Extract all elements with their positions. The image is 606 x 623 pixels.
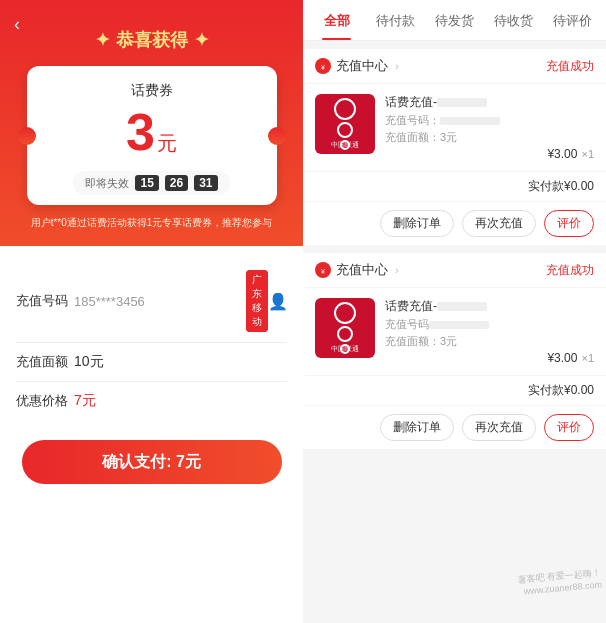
order-actions: 删除订单 再次充值 评价 [303, 405, 606, 449]
order-store: ¥ 充值中心 › [315, 57, 399, 75]
time-badge-2: 26 [165, 175, 188, 191]
order-header: ¥ 充值中心 › 充值成功 [303, 253, 606, 288]
order-status: 充值成功 [546, 262, 594, 279]
product-price: ¥3.00 [547, 351, 577, 365]
orders-scroll[interactable]: ¥ 充值中心 › 充值成功 中国联通 [303, 41, 606, 623]
congrats-text: 恭喜获得 [116, 28, 188, 52]
product-detail-1: 充值号码： [385, 113, 594, 128]
product-qty: ×1 [581, 352, 594, 364]
store-name: 充值中心 [336, 261, 388, 279]
product-price-row: ¥3.00 ×1 [385, 351, 594, 365]
expire-label: 即将失效 [85, 176, 129, 191]
recharge-button[interactable]: 再次充值 [462, 210, 536, 237]
back-button[interactable]: ‹ [14, 14, 20, 35]
product-detail-2: 充值面额：3元 [385, 130, 594, 145]
product-name: 话费充值- [385, 298, 594, 315]
time-badge-1: 15 [135, 175, 158, 191]
amount-value: 10元 [74, 353, 104, 371]
time-badge-3: 31 [194, 175, 217, 191]
order-body: 中国联通 话费充值- 充值号码： 充值面额：3元 ¥3.00 ×1 [303, 84, 606, 171]
form-section: 充值号码 广东移动 👤 充值面额 10元 优惠价格 7元 确认支付: 7元 [0, 246, 303, 623]
tab-待评价[interactable]: 待评价 [543, 0, 602, 40]
product-name: 话费充值- [385, 94, 594, 111]
product-price: ¥3.00 [547, 147, 577, 161]
order-footer: 实付款¥0.00 [303, 171, 606, 201]
store-icon: ¥ [315, 262, 331, 278]
product-info: 话费充值- 充值号码 充值面额：3元 ¥3.00 ×1 [385, 298, 594, 365]
actual-price: 实付款¥0.00 [528, 178, 594, 195]
price-label: 优惠价格 [16, 392, 74, 410]
order-header: ¥ 充值中心 › 充值成功 [303, 49, 606, 84]
store-arrow-icon: › [395, 60, 399, 72]
product-price-row: ¥3.00 ×1 [385, 147, 594, 161]
order-footer: 实付款¥0.00 [303, 375, 606, 405]
phone-input[interactable] [74, 294, 242, 309]
store-icon: ¥ [315, 58, 331, 74]
svg-text:¥: ¥ [321, 268, 325, 275]
phone-label: 充值号码 [16, 292, 74, 310]
confirm-button[interactable]: 确认支付: 7元 [22, 440, 282, 484]
delete-order-button[interactable]: 删除订单 [380, 414, 454, 441]
amount-row: 充值面额 10元 [16, 343, 287, 382]
product-image: 中国联通 [315, 94, 375, 154]
tab-全部[interactable]: 全部 [307, 0, 366, 40]
order-card: ¥ 充值中心 › 充值成功 中国联通 [303, 253, 606, 449]
delete-order-button[interactable]: 删除订单 [380, 210, 454, 237]
actual-price: 实付款¥0.00 [528, 382, 594, 399]
amount-label: 充值面额 [16, 353, 74, 371]
order-card: ¥ 充值中心 › 充值成功 中国联通 [303, 49, 606, 245]
tabs-row: 全部待付款待发货待收货待评价 [303, 0, 606, 41]
order-body: 中国联通 话费充值- 充值号码 充值面额：3元 ¥3.00 ×1 [303, 288, 606, 375]
product-qty: ×1 [581, 148, 594, 160]
order-status: 充值成功 [546, 58, 594, 75]
price-row: 优惠价格 7元 [16, 382, 287, 420]
review-button[interactable]: 评价 [544, 414, 594, 441]
review-button[interactable]: 评价 [544, 210, 594, 237]
product-detail-2: 充值面额：3元 [385, 334, 594, 349]
tab-待收货[interactable]: 待收货 [484, 0, 543, 40]
store-arrow-icon: › [395, 264, 399, 276]
coupon-amount-row: 3 元 [126, 104, 177, 161]
coupon-title: 话费券 [131, 82, 173, 100]
svg-text:¥: ¥ [321, 64, 325, 71]
product-info: 话费充值- 充值号码： 充值面额：3元 ¥3.00 ×1 [385, 94, 594, 161]
coupon-card: 话费券 3 元 即将失效 15 26 31 [27, 66, 277, 205]
tab-待发货[interactable]: 待发货 [425, 0, 484, 40]
price-value: 7元 [74, 392, 96, 410]
order-store: ¥ 充值中心 › [315, 261, 399, 279]
congrats-header: ✦ 恭喜获得 ✦ [95, 28, 209, 52]
coupon-unit: 元 [157, 130, 177, 157]
person-icon[interactable]: 👤 [268, 292, 288, 311]
left-panel: ‹ ✦ 恭喜获得 ✦ 话费券 3 元 即将失效 15 26 31 用户t**0通… [0, 0, 303, 623]
coupon-expire: 即将失效 15 26 31 [73, 171, 229, 195]
promo-text: 用户t**0通过话费活动获得1元专享话费券，推荐您参与 [24, 215, 280, 230]
carrier-tag: 广东移动 [246, 270, 268, 332]
store-name: 充值中心 [336, 57, 388, 75]
coupon-amount: 3 [126, 104, 155, 161]
sparkle-right-icon: ✦ [194, 29, 209, 51]
right-panel: 全部待付款待发货待收货待评价 ¥ 充值中心 › 充值成功 [303, 0, 606, 623]
sparkle-left-icon: ✦ [95, 29, 110, 51]
product-detail-1: 充值号码 [385, 317, 594, 332]
recharge-button[interactable]: 再次充值 [462, 414, 536, 441]
order-actions: 删除订单 再次充值 评价 [303, 201, 606, 245]
tab-待付款[interactable]: 待付款 [366, 0, 425, 40]
product-image: 中国联通 [315, 298, 375, 358]
phone-row: 充值号码 广东移动 👤 [16, 260, 287, 343]
